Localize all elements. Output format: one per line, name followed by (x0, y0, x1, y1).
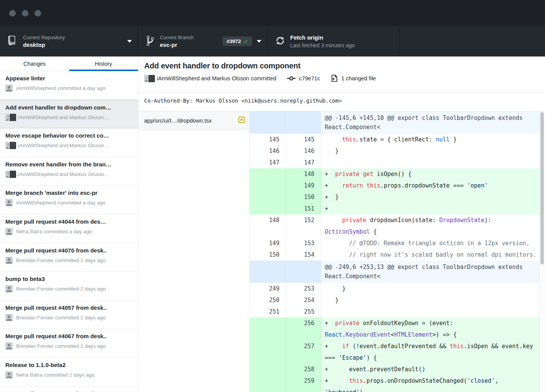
person-avatar-icon (5, 314, 13, 321)
commit-item-meta: iAmWillShepherd and Markus Olsson… (18, 171, 109, 177)
scrollbar-thumb[interactable] (540, 112, 544, 264)
person-avatar-icon (5, 371, 13, 379)
commit-item-meta: Brendan Forster committed 2 days ago (16, 315, 106, 321)
diff-new-line-number: 259 (286, 375, 321, 392)
diff-code-line: + private onFoldoutKeyDown = (event: Rea… (321, 317, 545, 341)
commit-author-avatar (5, 142, 15, 149)
pull-request-badge: #3972 (223, 37, 252, 46)
commit-author-avatar (5, 371, 13, 379)
diff-new-line-number: 258 (286, 364, 321, 375)
person-avatar-icon (5, 257, 13, 264)
diff-code-line: this.state = { clientRect: null } (321, 134, 545, 145)
commit-description-text: Co-Authored-By: Markus Olsson <niik@user… (144, 98, 545, 104)
diff-row-context: 249253 } (250, 283, 545, 294)
diff-new-line-number: 254 (286, 294, 321, 306)
person-avatar-icon (5, 285, 13, 292)
commit-author-avatar (5, 314, 13, 321)
commit-list-item[interactable]: Merge pull request #4044 from des…Neha B… (0, 214, 138, 243)
commit-item-title: Merge branch 'master' into esc-pr (5, 189, 133, 196)
zoom-window-button[interactable] (35, 10, 41, 17)
diff-code-line (321, 157, 545, 168)
diff-new-line-number: 154 (286, 249, 321, 261)
commit-item-title: Add event handler to dropdown com… (5, 104, 133, 111)
commit-item-title: Move escape behavior to correct co… (5, 132, 133, 139)
person-avatar-icon (5, 85, 13, 92)
commit-list-item[interactable]: bump to beta3Brendan Forster committed 2… (0, 272, 138, 301)
diff-row-add: 149+ return this.props.dropdownState ===… (250, 180, 545, 191)
current-branch-name: esc-pr (160, 42, 194, 48)
diff-new-line-number: 151 (286, 203, 321, 214)
commit-item-title: bump to beta3 (5, 276, 133, 282)
diff-old-line-number (250, 203, 286, 214)
sync-icon (276, 36, 285, 47)
commit-list-item[interactable]: Remove event handler from the bran…iAmWi… (0, 157, 138, 186)
commit-list-item[interactable]: Merge pull request #4057 from desk..Bren… (0, 301, 138, 329)
commit-item-title: Appease linter (5, 75, 133, 81)
diff-new-line-number: 145 (286, 134, 321, 145)
commit-author-avatar (5, 342, 13, 350)
current-branch-button[interactable]: Current Branch esc-pr #3972 (138, 26, 268, 56)
commit-list: Appease linteriAmWillShepherd committed … (0, 71, 138, 392)
commit-item-meta: iAmWillShepherd committed a day ago (16, 85, 106, 91)
diff-code-line: } (321, 294, 545, 306)
diff-code-line (321, 306, 545, 317)
diff-code-line: @@ -145,6 +145,10 @@ export class Toolba… (321, 111, 545, 134)
diff-old-line-number: 148 (250, 214, 286, 238)
diff-code-line: @@ -249,6 +253,13 @@ export class Toolba… (321, 261, 545, 283)
commit-list-item[interactable]: Add event handler to dropdown com…iAmWil… (0, 100, 138, 129)
repo-icon (8, 35, 18, 47)
commit-author-avatar (5, 285, 13, 292)
diff-old-line-number: 149 (250, 238, 286, 249)
pull-request-number: #3972 (226, 38, 241, 44)
commit-item-meta: iAmWillShepherd and Markus Olsson… (18, 143, 109, 148)
commit-list-item[interactable]: Merge pull request #4067 from desk..Bren… (0, 329, 138, 358)
commit-list-item[interactable]: Release to 1.1.0-beta2Neha Batra committ… (0, 358, 138, 387)
diff-scrollbar[interactable] (539, 111, 545, 392)
commit-author-avatar (5, 171, 15, 178)
diff-row-context: 251255 (250, 306, 545, 317)
diff-old-line-number (250, 191, 286, 203)
close-window-button[interactable] (9, 10, 16, 17)
diff-old-line-number: 150 (250, 249, 286, 261)
commit-list-item[interactable]: Merge pull request #4054 from des… (0, 387, 138, 392)
diff-code-line: + } (321, 191, 545, 203)
commit-item-meta: Neha Batra committed 2 days ago (16, 372, 95, 378)
diff-old-line-number (250, 375, 286, 392)
commit-authors: iAmWillShepherd and Markus Olsson commit… (157, 75, 276, 81)
diff-row-add: 150+ } (250, 191, 545, 203)
commit-item-title: Remove event handler from the bran… (5, 161, 133, 168)
changed-file-item[interactable]: app/src/ui/t…/dropdown.tsx (138, 111, 249, 130)
chevron-down-icon (257, 40, 261, 43)
commit-list-item[interactable]: Merge pull request #4070 from desk..Bren… (0, 243, 138, 272)
commit-list-item[interactable]: Appease linteriAmWillShepherd committed … (0, 71, 138, 100)
commit-item-meta: Brendan Forster committed 2 days ago (16, 286, 106, 292)
commit-item-title: Merge pull request #4057 from desk.. (5, 304, 133, 311)
commit-list-item[interactable]: Merge branch 'master' into esc-priAmWill… (0, 186, 138, 214)
git-commit-icon (287, 75, 296, 81)
commit-list-item[interactable]: Move escape behavior to correct co…iAmWi… (0, 128, 138, 157)
modified-file-icon (238, 116, 245, 125)
diff-old-line-number (250, 317, 286, 341)
diff-new-line-number: 257 (286, 341, 321, 364)
diff-row-hunk: @@ -145,6 +145,10 @@ export class Toolba… (250, 111, 545, 134)
diff-row-hunk: @@ -249,6 +253,13 @@ export class Toolba… (250, 261, 545, 283)
commit-sha[interactable]: c79e71c (299, 75, 320, 81)
diff-row-context: 150154 // right now it's scaled badly on… (250, 249, 545, 261)
diff-code-line: } (321, 283, 545, 294)
diff-code-line: + private get isOpen() { (321, 168, 545, 180)
current-repository-button[interactable]: Current Repository desktop (0, 26, 138, 56)
diff-row-context: 148152 private dropdownIcon(state: Dropd… (250, 214, 545, 238)
minimize-window-button[interactable] (22, 10, 28, 17)
tab-changes[interactable]: Changes (0, 56, 69, 71)
tab-history[interactable]: History (69, 56, 138, 71)
diff-code-line: + (321, 203, 545, 214)
commit-item-meta: Neha Batra committed a day ago (16, 229, 92, 234)
commit-item-meta: iAmWillShepherd committed a day ago (16, 200, 106, 206)
diff-code-line: } (321, 145, 545, 157)
diff-old-line-number: 250 (250, 294, 286, 306)
diff-code-line: // @TODO: Remake triangle octicon in a 1… (321, 238, 545, 249)
fetch-origin-button[interactable]: Fetch origin Last fetched 3 minutes ago (268, 26, 400, 56)
diff-new-line-number: 146 (286, 145, 321, 157)
commit-author-avatar (5, 199, 13, 206)
chevron-down-icon (127, 40, 132, 43)
